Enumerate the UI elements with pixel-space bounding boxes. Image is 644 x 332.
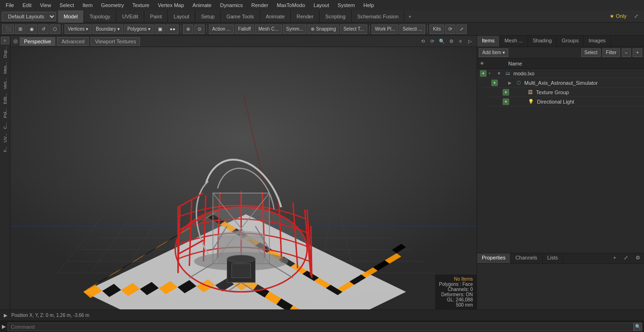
menu-geometry[interactable]: Geometry [97, 1, 127, 9]
cmd-search-btn[interactable]: 🔍 [634, 323, 642, 331]
item-eye-3[interactable]: ● [503, 89, 509, 96]
item-eye-4[interactable]: ● [503, 98, 509, 105]
toolbar-selecti-btn[interactable]: Selecti ... [399, 24, 425, 34]
item-row-multi-axis[interactable]: ● ▶ ⬡ Multi_Axis_Astronaut_Simulator [483, 78, 644, 88]
left-label-c[interactable]: C... [3, 121, 8, 131]
left-label-f[interactable]: F... [3, 145, 8, 154]
tab-model[interactable]: Model [58, 10, 84, 23]
toolbar-kits-btn[interactable]: Kits [429, 24, 444, 34]
tab-perspective[interactable]: Perspective [20, 37, 55, 46]
tab-schematic[interactable]: Schematic Fusion [352, 10, 405, 23]
left-label-dup[interactable]: Dup... [3, 45, 8, 60]
select-button[interactable]: Select [581, 49, 601, 57]
tab-viewport-textures[interactable]: Viewport Textures [91, 37, 140, 46]
tab-channels[interactable]: Channels [511, 253, 542, 263]
toolbar-mode-btn[interactable]: ⬛ [2, 24, 14, 34]
props-add-btn[interactable]: + [610, 253, 620, 263]
panel-tab-items[interactable]: Items [477, 36, 500, 47]
item-eye-2[interactable]: ● [491, 80, 498, 86]
vp-icon-search[interactable]: 🔍 [438, 38, 446, 45]
tab-paint[interactable]: Paint [144, 10, 168, 23]
panel-tab-shading[interactable]: Shading [528, 36, 557, 47]
toolbar-circle-btn[interactable]: ◉ [26, 24, 37, 34]
toolbar-target-btn[interactable]: ⊙ [194, 24, 205, 34]
menu-system[interactable]: System [334, 1, 359, 9]
command-input[interactable] [8, 323, 634, 331]
left-label-uv[interactable]: UV... [3, 131, 8, 144]
menu-help[interactable]: Help [360, 1, 378, 9]
vp-icon-menu[interactable]: ≡ [457, 38, 464, 45]
toolbar-snapping-btn[interactable]: ⊕ Snapping [307, 24, 339, 34]
tab-animate[interactable]: Animate [260, 10, 291, 23]
toolbar-falloff-btn[interactable]: Falloff [235, 24, 254, 34]
left-label-vert[interactable]: Vert... [3, 76, 8, 91]
toolbar-boundary-btn[interactable]: Boundary ▾ [92, 24, 123, 34]
panel-tab-groups[interactable]: Groups [557, 36, 584, 47]
menu-texture[interactable]: Texture [129, 1, 153, 9]
tab-properties[interactable]: Properties [477, 253, 511, 263]
left-label-mesh[interactable]: Mes... [3, 60, 8, 76]
tab-scripting[interactable]: Scripting [320, 10, 352, 23]
toolbar-expand-btn[interactable]: ⤢ [456, 24, 467, 34]
toolbar-grid-btn[interactable]: ⊞ [15, 24, 25, 34]
item-row-texture-group[interactable]: ● 🖼 Texture Group [488, 88, 644, 97]
tab-lists[interactable]: Lists [543, 253, 563, 263]
left-label-edit[interactable]: Edit... [3, 91, 8, 106]
item-eye-1[interactable]: ● [480, 70, 487, 77]
vp-icon-rotate[interactable]: ⟲ [419, 38, 427, 45]
name-col-header: Name [508, 61, 641, 66]
vp-icon-play[interactable]: ▷ [466, 38, 474, 45]
tab-topology[interactable]: Topology [84, 10, 116, 23]
scene-canvas[interactable]: X Y Z No Items Polygons : Face Channels:… [10, 47, 477, 309]
tab-render[interactable]: Render [291, 10, 320, 23]
tab-setup[interactable]: Setup [195, 10, 221, 23]
expand-button[interactable]: + [633, 49, 642, 57]
menu-layout[interactable]: Layout [310, 1, 333, 9]
vp-icon-gear[interactable]: ⚙ [447, 38, 455, 45]
props-expand-btn[interactable]: ⤢ [620, 253, 632, 263]
toolbar-square-btn[interactable]: ▣ [155, 24, 165, 34]
tab-add[interactable]: + [405, 12, 415, 21]
item-collapse-1[interactable]: ▼ [497, 71, 504, 76]
toolbar-plus-btn[interactable]: ⊕ [183, 24, 193, 34]
toolbar-symm-btn[interactable]: Symm... [283, 24, 307, 34]
panel-tab-images[interactable]: Images [584, 36, 611, 47]
item-collapse-2[interactable]: ▶ [508, 81, 515, 85]
toolbar-rotate-btn[interactable]: ↺ [38, 24, 49, 34]
menu-select[interactable]: Select [56, 1, 78, 9]
menu-file[interactable]: File [2, 1, 18, 9]
toolbar-vertices-btn[interactable]: Vertices ▾ [65, 24, 91, 34]
props-gear-btn[interactable]: ⚙ [632, 253, 644, 263]
tab-layout[interactable]: Layout [168, 10, 195, 23]
menu-edit[interactable]: Edit [19, 1, 35, 9]
layout-expand-btn[interactable]: ⤢ [630, 12, 642, 20]
left-label-poly[interactable]: Pol... [3, 106, 8, 120]
menu-view[interactable]: View [36, 1, 55, 9]
tab-game-tools[interactable]: Game Tools [221, 10, 260, 23]
item-row-modo-lxo[interactable]: ● + ▼ 🗂 modo.lxo [477, 69, 644, 78]
toolbar-select-t-btn[interactable]: Select T... [340, 24, 367, 34]
menu-item[interactable]: Item [79, 1, 96, 9]
toolbar-dots-btn[interactable]: ●● [166, 24, 179, 34]
menu-dynamics[interactable]: Dynamics [216, 1, 247, 9]
toolbar-mesh-btn[interactable]: Mesh C... [255, 24, 282, 34]
toolbar-hex-btn[interactable]: ⬡ [50, 24, 60, 34]
tab-uvedit[interactable]: UVEdit [116, 10, 144, 23]
add-item-button[interactable]: Add Item ▾ [479, 49, 508, 57]
vp-icon-refresh[interactable]: ⟳ [429, 38, 436, 45]
layout-dropdown[interactable]: Default Layouts [2, 12, 56, 21]
menu-maxtomodo[interactable]: MaxToModo [273, 1, 309, 9]
collapse-button[interactable]: – [622, 49, 631, 57]
tab-advanced[interactable]: Advanced [57, 37, 89, 46]
toolbar-polygons-btn[interactable]: Polygons ▾ [124, 24, 154, 34]
toolbar-workpl-btn[interactable]: Work Pl... [372, 24, 398, 34]
menu-animate[interactable]: Animate [189, 1, 215, 9]
menu-render[interactable]: Render [248, 1, 272, 9]
item-row-dir-light[interactable]: ● 💡 Directional Light [488, 97, 644, 106]
menu-vertex-map[interactable]: Vertex Map [154, 1, 188, 9]
toolbar-refresh-btn[interactable]: ⟳ [445, 24, 455, 34]
panel-tab-mesh[interactable]: Mesh ... [500, 36, 528, 47]
toolbar-action-btn[interactable]: Action ... [209, 24, 234, 34]
filter-button[interactable]: Filter [603, 49, 619, 57]
left-btn-1[interactable]: ≡ [1, 37, 9, 44]
